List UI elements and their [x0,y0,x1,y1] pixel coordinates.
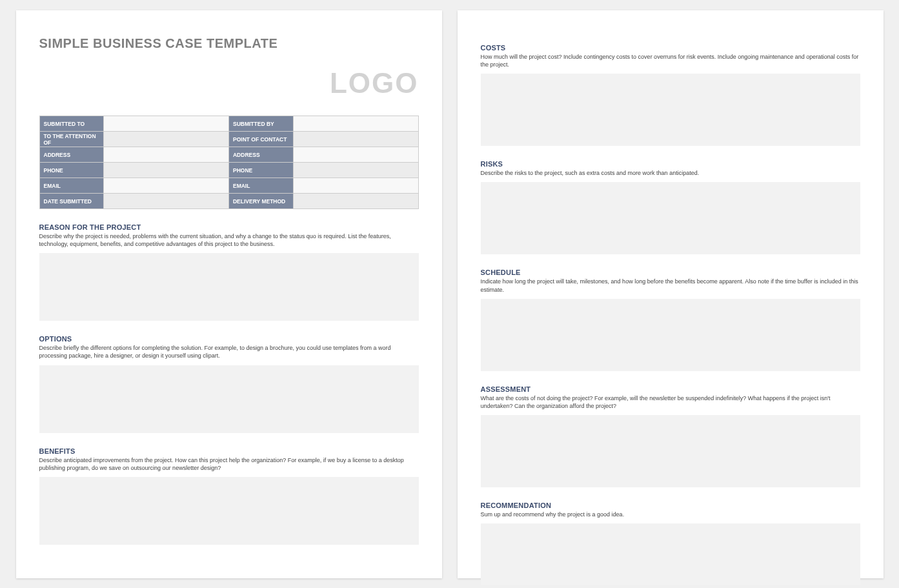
label-submitted-by: SUBMITTED BY [228,116,293,132]
section-recommendation: RECOMMENDATION Sum up and recommend why … [481,502,860,585]
value-address-to[interactable] [104,147,229,163]
label-date-submitted: DATE SUBMITTED [39,194,104,209]
section-desc: Describe briefly the different options f… [39,344,419,360]
value-phone-to[interactable] [104,163,229,178]
section-input-box[interactable] [481,74,860,146]
table-row: SUBMITTED TO SUBMITTED BY [39,116,418,132]
value-address-by[interactable] [293,147,418,163]
table-row: EMAIL EMAIL [39,178,418,194]
section-desc: Sum up and recommend why the project is … [481,511,860,518]
section-risks: RISKS Describe the risks to the project,… [481,160,860,254]
label-email-to: EMAIL [39,178,104,194]
section-title: OPTIONS [39,335,419,343]
section-desc: What are the costs of not doing the proj… [481,394,860,410]
section-title: REASON FOR THE PROJECT [39,223,419,231]
section-reason: REASON FOR THE PROJECT Describe why the … [39,223,419,321]
document-page-2: COSTS How much will the project cost? In… [458,10,884,578]
value-attention-of[interactable] [104,132,229,147]
value-point-of-contact[interactable] [293,132,418,147]
section-desc: Describe why the project is needed, prob… [39,232,419,248]
table-row: DATE SUBMITTED DELIVERY METHOD [39,194,418,209]
document-title: SIMPLE BUSINESS CASE TEMPLATE [39,36,419,51]
section-desc: How much will the project cost? Include … [481,53,860,68]
value-delivery-method[interactable] [293,194,418,209]
section-title: SCHEDULE [481,269,860,276]
section-title: ASSESSMENT [481,385,860,393]
section-input-box[interactable] [481,299,860,371]
label-email-by: EMAIL [228,178,293,194]
submission-info-table: SUBMITTED TO SUBMITTED BY TO THE ATTENTI… [39,116,419,209]
document-page-1: SIMPLE BUSINESS CASE TEMPLATE LOGO SUBMI… [16,10,442,578]
section-costs: COSTS How much will the project cost? In… [481,44,860,146]
section-input-box[interactable] [481,523,860,585]
section-title: COSTS [481,44,860,52]
section-benefits: BENEFITS Describe anticipated improvemen… [39,447,419,545]
value-submitted-by[interactable] [293,116,418,132]
section-input-box[interactable] [39,365,419,433]
section-assessment: ASSESSMENT What are the costs of not doi… [481,385,860,487]
value-phone-by[interactable] [293,163,418,178]
table-row: PHONE PHONE [39,163,418,178]
section-input-box[interactable] [481,182,860,254]
label-address-by: ADDRESS [228,147,293,163]
value-email-by[interactable] [293,178,418,194]
label-delivery-method: DELIVERY METHOD [228,194,293,209]
label-phone-to: PHONE [39,163,104,178]
label-address-to: ADDRESS [39,147,104,163]
section-input-box[interactable] [39,477,419,545]
label-phone-by: PHONE [228,163,293,178]
table-row: TO THE ATTENTION OF POINT OF CONTACT [39,132,418,147]
value-email-to[interactable] [104,178,229,194]
section-title: RECOMMENDATION [481,502,860,509]
section-desc: Describe the risks to the project, such … [481,169,860,177]
section-title: RISKS [481,160,860,168]
section-input-box[interactable] [481,415,860,487]
section-options: OPTIONS Describe briefly the different o… [39,335,419,432]
value-submitted-to[interactable] [104,116,229,132]
value-date-submitted[interactable] [104,194,229,209]
logo-placeholder: LOGO [330,67,419,99]
label-submitted-to: SUBMITTED TO [39,116,104,132]
section-schedule: SCHEDULE Indicate how long the project w… [481,269,860,370]
section-desc: Describe anticipated improvements from t… [39,456,419,472]
section-input-box[interactable] [39,253,419,321]
section-desc: Indicate how long the project will take,… [481,278,860,293]
label-point-of-contact: POINT OF CONTACT [228,132,293,147]
label-attention-of: TO THE ATTENTION OF [39,132,104,147]
section-title: BENEFITS [39,447,419,455]
table-row: ADDRESS ADDRESS [39,147,418,163]
